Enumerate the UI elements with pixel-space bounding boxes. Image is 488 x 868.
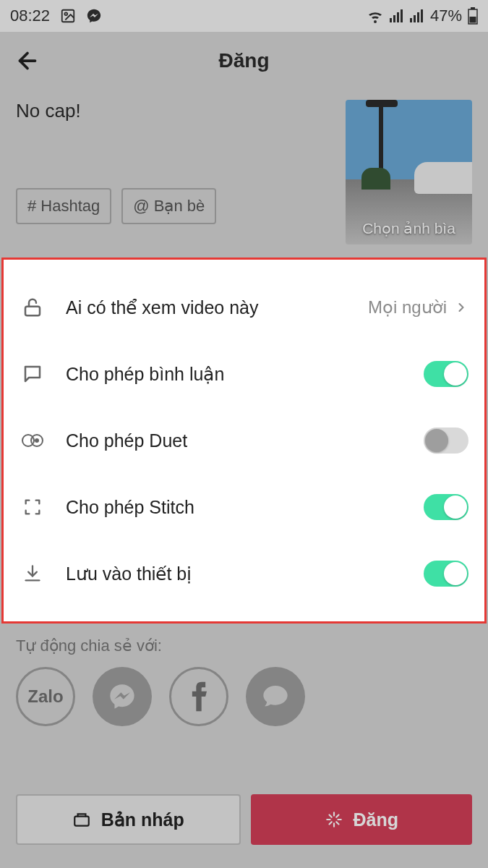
svg-point-16 (35, 439, 38, 442)
share-facebook[interactable] (169, 667, 228, 726)
svg-rect-9 (421, 9, 423, 22)
share-section: Tự động chia sẻ với: Zalo (0, 624, 488, 726)
share-label: Tự động chia sẻ với: (16, 637, 472, 655)
cover-thumbnail[interactable]: Chọn ảnh bìa (346, 100, 472, 244)
share-zalo[interactable]: Zalo (16, 667, 75, 726)
draft-label: Bản nháp (101, 809, 184, 830)
stitch-toggle[interactable] (424, 494, 468, 520)
signal-icon (390, 9, 404, 22)
draft-button[interactable]: Bản nháp (16, 794, 241, 845)
cover-label: Chọn ảnh bìa (346, 220, 472, 237)
status-bar: 08:22 47% (0, 0, 488, 32)
comments-row: Cho phép bình luận (20, 341, 468, 407)
hashtag-button[interactable]: # Hashtag (16, 188, 111, 224)
svg-rect-17 (74, 817, 89, 826)
svg-rect-7 (414, 15, 416, 22)
unlock-icon (20, 294, 46, 320)
svg-rect-3 (393, 15, 395, 22)
caption-input[interactable]: No cap! (16, 100, 334, 179)
stitch-label: Cho phép Stitch (66, 497, 424, 518)
duet-icon (20, 427, 46, 454)
duet-label: Cho phép Duet (66, 430, 424, 451)
comments-toggle[interactable] (424, 361, 468, 387)
svg-point-1 (64, 12, 67, 15)
signal-icon-2 (410, 9, 424, 22)
privacy-value: Mọi người (368, 297, 447, 318)
bottom-bar: Bản nháp Đăng (0, 794, 488, 845)
mention-button[interactable]: @ Bạn bè (121, 188, 216, 224)
page-title: Đăng (219, 49, 270, 72)
share-message[interactable] (246, 667, 305, 726)
wifi-icon (367, 9, 384, 23)
svg-rect-6 (410, 18, 412, 22)
comments-label: Cho phép bình luận (66, 364, 424, 385)
draft-icon (72, 810, 91, 829)
save-label: Lưu vào thiết bị (66, 563, 424, 584)
messenger-icon (86, 8, 102, 24)
svg-rect-2 (390, 18, 392, 22)
svg-rect-4 (397, 12, 399, 22)
comment-icon (20, 361, 46, 387)
svg-rect-5 (401, 9, 403, 22)
stitch-row: Cho phép Stitch (20, 474, 468, 540)
post-button[interactable]: Đăng (251, 794, 473, 845)
gallery-icon (60, 8, 76, 24)
privacy-label: Ai có thể xem video này (66, 297, 368, 318)
save-toggle[interactable] (424, 561, 468, 587)
svg-rect-8 (417, 12, 419, 22)
share-messenger[interactable] (93, 667, 152, 726)
download-icon (20, 561, 46, 587)
battery-percent: 47% (430, 7, 462, 25)
save-row: Lưu vào thiết bị (20, 540, 468, 607)
back-button[interactable] (14, 48, 40, 74)
post-options-panel: Ai có thể xem video này Mọi người Cho ph… (1, 258, 487, 624)
chevron-right-icon (454, 300, 468, 315)
svg-rect-13 (25, 307, 40, 316)
page-header: Đăng (0, 32, 488, 90)
stitch-icon (20, 494, 46, 520)
battery-icon (468, 7, 478, 25)
compose-area: No cap! # Hashtag @ Bạn bè Chọn ảnh bìa (0, 90, 488, 258)
status-time: 08:22 (10, 7, 50, 25)
privacy-row[interactable]: Ai có thể xem video này Mọi người (20, 274, 468, 341)
duet-row: Cho phép Duet (20, 407, 468, 474)
post-label: Đăng (354, 809, 399, 830)
duet-toggle[interactable] (424, 427, 468, 454)
svg-rect-12 (470, 17, 476, 23)
sparkle-icon (325, 810, 343, 829)
